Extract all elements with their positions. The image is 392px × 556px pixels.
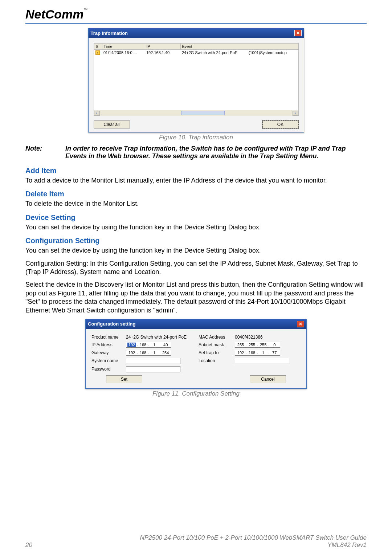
gateway-input[interactable]: 192. 168. 1. 254 xyxy=(126,350,171,356)
dialog-title-text: Trap information xyxy=(91,30,128,36)
value-mac: 0040f4321386 xyxy=(235,335,289,340)
dialog-titlebar: Configuration setting ✕ xyxy=(86,319,306,329)
config-setting-dialog: Configuration setting ✕ Product name 24+… xyxy=(85,319,307,389)
label-password: Password xyxy=(91,367,126,372)
label-gateway: Gateway xyxy=(91,350,126,355)
paragraph: Configuration Setting: In this Configura… xyxy=(25,259,367,277)
paragraph: To delete the device in the Monitor List… xyxy=(25,200,367,208)
paragraph: You can set the device by using the func… xyxy=(25,223,367,232)
label-location: Location xyxy=(199,358,235,363)
trap-info-dialog: Trap information ✕ S Time IP Event ! xyxy=(88,28,304,132)
location-input[interactable] xyxy=(235,358,289,364)
password-input[interactable] xyxy=(126,366,180,372)
scroll-right-icon[interactable]: › xyxy=(293,111,298,116)
paragraph: Select the device in the Discovery list … xyxy=(25,281,367,315)
warning-icon: ! xyxy=(95,50,100,55)
heading-delete-item: Delete Item xyxy=(25,190,367,198)
dialog-title-text: Configuration setting xyxy=(88,321,135,327)
heading-device-setting: Device Setting xyxy=(25,213,367,222)
trap-table: S Time IP Event ! 01/14/2005 16:0 ... 19… xyxy=(94,43,299,116)
col-time[interactable]: Time xyxy=(102,44,145,50)
label-trap: Set trap to xyxy=(199,350,235,355)
footer-rev: YML842 Rev1 xyxy=(140,541,367,549)
footer-title: NP2500 24-Port 10/100 PoE + 2-Port 10/10… xyxy=(140,534,367,541)
ip-address-input[interactable]: 192. 168. 1. 40 xyxy=(126,342,171,348)
table-row[interactable]: ! 01/14/2005 16:0 ... 192.168.1.40 24+2G… xyxy=(94,50,298,56)
note: Note: In order to receive Trap informati… xyxy=(25,145,367,160)
heading-add-item: Add Item xyxy=(25,167,367,175)
value-product: 24+2G Switch with 24-port PoE xyxy=(126,335,199,340)
system-name-input[interactable] xyxy=(126,358,180,364)
col-event[interactable]: Event xyxy=(180,44,298,50)
scroll-thumb[interactable] xyxy=(181,111,225,115)
logo: NetComm™ xyxy=(25,7,88,21)
set-trap-input[interactable]: 192. 168. 1. 77 xyxy=(235,350,280,356)
set-button[interactable]: Set xyxy=(106,375,142,383)
label-mac: MAC Address xyxy=(199,335,235,340)
header: NetComm™ xyxy=(25,7,367,24)
figure-11-caption: Figure 11. Configuration Setting xyxy=(25,390,367,397)
scroll-left-icon[interactable]: ‹ xyxy=(94,111,100,116)
close-icon[interactable]: ✕ xyxy=(294,30,302,36)
label-system: System name xyxy=(91,358,126,363)
horizontal-scrollbar[interactable]: ‹ › xyxy=(94,110,298,116)
page-footer: 20 NP2500 24-Port 10/100 PoE + 2-Port 10… xyxy=(25,534,367,549)
paragraph: To add a device to the Monitor List manu… xyxy=(25,176,367,185)
ok-button[interactable]: OK xyxy=(262,120,299,128)
col-ip[interactable]: IP xyxy=(145,44,180,50)
page-number: 20 xyxy=(25,541,32,549)
cancel-button[interactable]: Cancel xyxy=(250,375,286,383)
label-product: Product name xyxy=(91,335,126,340)
figure-10-caption: Figure 10. Trap information xyxy=(25,134,367,141)
label-subnet: Subnet mask xyxy=(199,342,235,347)
subnet-mask-input[interactable]: 255. 255. 255. 0 xyxy=(235,342,280,348)
close-icon[interactable]: ✕ xyxy=(297,321,304,327)
dialog-titlebar: Trap information ✕ xyxy=(89,28,304,38)
clear-all-button[interactable]: Clear all xyxy=(94,120,130,128)
col-severity[interactable]: S xyxy=(94,44,102,50)
label-ip: IP Address xyxy=(91,342,126,347)
paragraph: You can set the device by using the func… xyxy=(25,246,367,255)
heading-config-setting: Configuration Setting xyxy=(25,237,367,245)
